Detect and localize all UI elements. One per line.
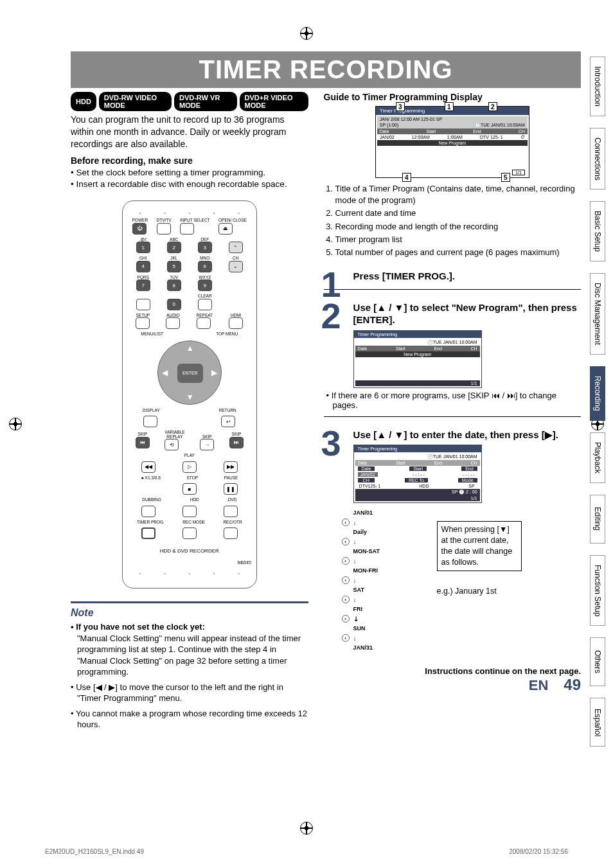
legend-item: Total number of pages and current page (… (335, 247, 581, 258)
tab-playback[interactable]: Playback (590, 432, 605, 483)
step-2-sub: • If there are 6 or more programs, use [… (324, 391, 581, 410)
step-1-heading: Press [TIMER PROG.]. (353, 270, 581, 283)
footer-file: E2M20UD_H2160SL9_EN.indd 49 (45, 848, 144, 855)
badge-dvdrw-video: DVD-RW VIDEO MODE (99, 92, 172, 111)
remote-illustration: ▫▫▫▫▫ POWER⏻ DTV/TV INPUT SELECT OPEN/ C… (122, 200, 257, 589)
tab-espanol[interactable]: Español (590, 698, 605, 747)
note-item-3: • You cannot make a program whose record… (71, 708, 308, 731)
guide-heading: Guide to Timer Programming Display (324, 92, 581, 102)
media-badges: HDD DVD-RW VIDEO MODE DVD-RW VR MODE DVD… (71, 92, 308, 111)
before-heading: Before recording, make sure (71, 155, 308, 166)
step-1: 1 Press [TIMER PROG.]. (324, 270, 581, 290)
page-footer: E2M20UD_H2160SL9_EN.indd 49 2008/02/20 1… (45, 848, 568, 855)
step-2-heading: Use [▲ / ▼] to select "New Program", the… (353, 301, 581, 326)
date-cycle-diagram: JAN/01 ‹↓ Daily ‹↓ MON-SAT ‹↓ MON-FRI ‹↓… (342, 509, 522, 651)
continue-text: Instructions continue on the next page. (324, 666, 581, 676)
note-item-2: • Use [◀ / ▶] to move the cursor to the … (71, 682, 308, 704)
tab-others[interactable]: Others (590, 637, 605, 686)
before-item-2: • Insert a recordable disc with enough r… (71, 179, 308, 190)
callout-1: 1 (445, 102, 454, 111)
note-box: Note • If you have not set the clock yet… (71, 601, 308, 731)
date-example: e.g.) January 1st (437, 587, 522, 596)
badge-dvdr-video: DVD+R VIDEO MODE (240, 92, 308, 111)
tab-connections[interactable]: Connections (590, 128, 605, 190)
callout-3: 3 (396, 102, 405, 111)
intro-text: You can program the unit to record up to… (71, 114, 308, 150)
legend-item: Timer program list (335, 234, 581, 245)
callout-2: 2 (488, 102, 497, 111)
tab-basic-setup[interactable]: Basic Setup (590, 201, 605, 261)
legend-item: Recording mode and length of the recordi… (335, 221, 581, 233)
step-3-screen: Timer Programming 🕐TUE JAN/01 10:00AM Da… (353, 445, 482, 503)
step-3-heading: Use [▲ / ▼] to enter the date, then pres… (353, 429, 581, 441)
note-item-1: • If you have not set the clock yet: "Ma… (71, 621, 308, 678)
page-number: EN49 (324, 676, 581, 694)
legend-item: Current date and time (335, 208, 581, 219)
step-number: 2 (321, 295, 351, 337)
timer-programming-screen: Timer Programming JAN/ 2/08 12:00 AM 125… (375, 106, 529, 178)
date-explanation-box: When pressing [▼] at the current date, t… (437, 521, 522, 571)
step-2: 2 Use [▲ / ▼] to select "New Program", t… (324, 301, 581, 417)
step-2-screen: Timer Programming 🕐TUE JAN/01 10:00AM Da… (353, 330, 482, 388)
footer-timestamp: 2008/02/20 15:32:56 (509, 848, 568, 855)
callout-4: 4 (402, 173, 411, 182)
tab-editing[interactable]: Editing (590, 495, 605, 544)
before-item-1: • Set the clock before setting a timer p… (71, 167, 308, 179)
side-tabs: Introduction Connections Basic Setup Dis… (590, 57, 605, 747)
callout-5: 5 (501, 173, 510, 182)
tab-introduction[interactable]: Introduction (590, 57, 605, 116)
legend-list: Title of a Timer Program (Contains date,… (324, 183, 581, 258)
step-3: 3 Use [▲ / ▼] to enter the date, then pr… (324, 429, 581, 658)
tab-recording[interactable]: Recording (590, 366, 605, 421)
badge-dvdrw-vr: DVD-RW VR MODE (174, 92, 237, 111)
legend-item: Title of a Timer Program (Contains date,… (335, 183, 581, 206)
tab-disc-management[interactable]: Disc Management (590, 273, 605, 355)
badge-hdd: HDD (71, 92, 96, 111)
step-number: 3 (321, 422, 351, 464)
note-heading: Note (71, 607, 308, 619)
page-title: TIMER RECORDING (71, 51, 581, 88)
tab-function-setup[interactable]: Function Setup (590, 555, 605, 626)
